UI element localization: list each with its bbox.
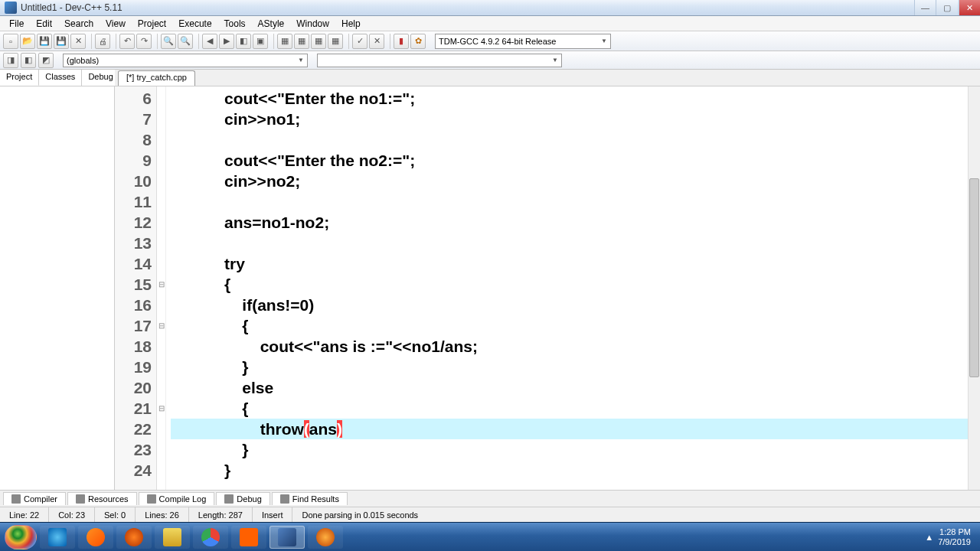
left-tab-project[interactable]: Project [0, 70, 39, 86]
window-titlebar: Untitled1 - Dev-C++ 5.11 — ▢ ✕ [0, 0, 980, 16]
save-button[interactable]: 💾 [37, 34, 52, 49]
forward-button[interactable]: ▶ [219, 34, 234, 49]
taskbar-app-orange[interactable] [231, 526, 266, 549]
system-tray[interactable]: ▲ 1:28 PM 7/9/2019 [925, 527, 975, 547]
menu-execute[interactable]: Execute [172, 17, 217, 31]
app-icon [5, 2, 17, 14]
tray-clock[interactable]: 1:28 PM 7/9/2019 [938, 527, 975, 547]
undo-button[interactable]: ↶ [119, 34, 135, 49]
status-length: Length: 287 [189, 507, 253, 522]
menu-edit[interactable]: Edit [30, 17, 58, 31]
profile-button[interactable]: ▮ [394, 34, 409, 49]
taskbar-wmp[interactable] [78, 526, 113, 549]
compiler-select[interactable]: TDM-GCC 4.9.2 64-bit Release [435, 34, 611, 49]
taskbar-chrome[interactable] [193, 526, 228, 549]
menu-project[interactable]: Project [132, 17, 172, 31]
debug-stop-button[interactable]: ✕ [369, 34, 384, 49]
vertical-scrollbar[interactable] [968, 86, 980, 490]
replace-button[interactable]: 🔍 [178, 34, 193, 49]
bookmark-button[interactable]: ◧ [236, 34, 251, 49]
bottom-tab-resources[interactable]: Resources [67, 492, 137, 505]
status-sel: Sel: 0 [95, 507, 136, 522]
line-number-gutter: 6789101112131415161718192021222324 [115, 86, 157, 490]
code-area[interactable]: cout<<"Enter the no1:="; cin>>no1; cout<… [166, 86, 968, 490]
scroll-thumb[interactable] [969, 178, 979, 377]
left-side-panel: ProjectClassesDebug [0, 70, 115, 490]
redo-button[interactable]: ↷ [136, 34, 152, 49]
bottom-output-tabs: CompilerResourcesCompile LogDebugFind Re… [0, 490, 980, 507]
menu-file[interactable]: File [3, 17, 30, 31]
new-file-button[interactable]: ▫ [3, 34, 18, 49]
status-parse: Done parsing in 0.015 seconds [292, 507, 980, 522]
print-button[interactable]: 🖨 [95, 34, 110, 49]
status-col: Col: 23 [49, 507, 95, 522]
function-combo[interactable] [317, 54, 562, 67]
status-lines: Lines: 26 [136, 507, 189, 522]
tray-flag-icon[interactable]: ▲ [925, 533, 933, 542]
menu-help[interactable]: Help [335, 17, 367, 31]
status-mode: Insert [253, 507, 293, 522]
tools-button[interactable]: ✿ [410, 34, 426, 49]
fold-column[interactable]: ⊟⊟⊟ [157, 86, 166, 490]
taskbar-app-red[interactable] [308, 526, 343, 549]
bottom-tab-debug[interactable]: Debug [216, 492, 270, 505]
debug-browser-button[interactable]: ◩ [38, 53, 54, 68]
close-button[interactable]: ✕ [959, 0, 980, 15]
left-tab-classes[interactable]: Classes [39, 70, 82, 86]
debug-start-button[interactable]: ✓ [352, 34, 368, 49]
find-button[interactable]: 🔍 [161, 34, 176, 49]
scope-combo[interactable]: (globals) [63, 54, 308, 67]
window-buttons: — ▢ ✕ [914, 0, 980, 15]
editor-file-tabs: [*] try_catch.cpp [115, 70, 980, 86]
menu-search[interactable]: Search [58, 17, 100, 31]
code-editor[interactable]: 6789101112131415161718192021222324 ⊟⊟⊟ c… [115, 86, 980, 490]
compile-run-button[interactable]: ▦ [311, 34, 326, 49]
toolbar-main: ▫ 📂 💾 💾 ✕ 🖨 ↶ ↷ 🔍 🔍 ◀ ▶ ◧ ▣ ▦ ▦ ▦ ▦ ✓ ✕ … [0, 31, 980, 51]
open-button[interactable]: 📂 [20, 34, 35, 49]
maximize-button[interactable]: ▢ [936, 0, 957, 15]
taskbar-firefox[interactable] [116, 526, 152, 549]
goto-button[interactable]: ▣ [253, 34, 268, 49]
bottom-tab-compiler[interactable]: Compiler [3, 492, 66, 505]
menu-tools[interactable]: Tools [218, 17, 252, 31]
menu-astyle[interactable]: AStyle [252, 17, 291, 31]
close-file-button[interactable]: ✕ [70, 34, 86, 49]
status-line: Line: 22 [0, 507, 49, 522]
minimize-button[interactable]: — [914, 0, 936, 15]
class-browser-button[interactable]: ◨ [3, 53, 18, 68]
taskbar-ie[interactable] [40, 526, 75, 549]
save-all-button[interactable]: 💾 [54, 34, 69, 49]
menu-window[interactable]: Window [290, 17, 335, 31]
project-browser-button[interactable]: ◧ [21, 53, 36, 68]
start-button[interactable] [5, 525, 37, 549]
taskbar-explorer[interactable] [155, 526, 190, 549]
file-tab[interactable]: [*] try_catch.cpp [118, 70, 195, 86]
menu-bar: FileEditSearchViewProjectExecuteToolsASt… [0, 16, 980, 31]
toolbar-secondary: ◨ ◧ ◩ (globals) [0, 51, 980, 70]
bottom-tab-compile-log[interactable]: Compile Log [139, 492, 215, 505]
back-button[interactable]: ◀ [202, 34, 217, 49]
windows-taskbar: ▲ 1:28 PM 7/9/2019 [0, 522, 980, 551]
window-title: Untitled1 - Dev-C++ 5.11 [21, 2, 914, 13]
left-panel-tabs: ProjectClassesDebug [0, 70, 114, 86]
bottom-tab-find-results[interactable]: Find Results [272, 492, 348, 505]
menu-view[interactable]: View [100, 17, 132, 31]
compile-button[interactable]: ▦ [277, 34, 292, 49]
run-button[interactable]: ▦ [294, 34, 309, 49]
status-bar: Line: 22 Col: 23 Sel: 0 Lines: 26 Length… [0, 507, 980, 522]
taskbar-devcpp[interactable] [270, 526, 305, 549]
rebuild-button[interactable]: ▦ [328, 34, 343, 49]
